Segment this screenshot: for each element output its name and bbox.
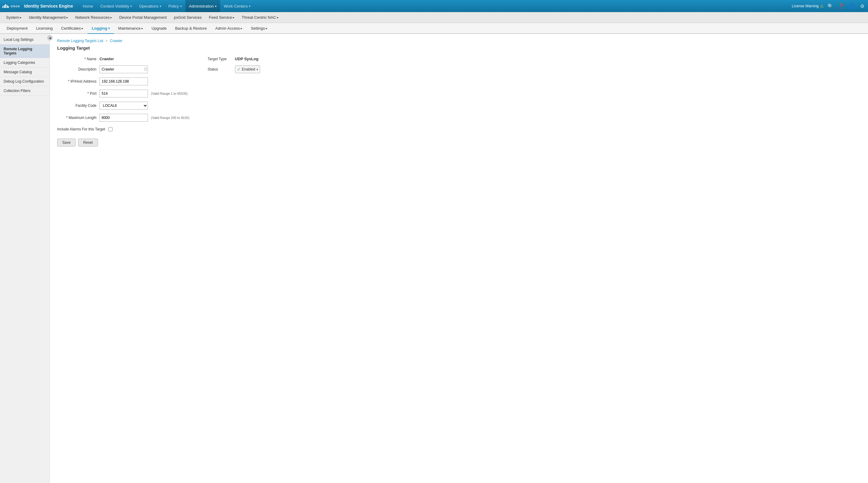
save-button[interactable]: Save [57, 139, 75, 147]
max-length-label: * Maximum Length [57, 116, 96, 120]
top-nav-items: Home Context Visibility ▾ Operations ▾ P… [79, 0, 792, 12]
form-row-status: Status ✓ Enabled ▾ [208, 65, 260, 73]
third-nav-tabs: Deployment Licensing Certificates ▸ Logg… [0, 23, 868, 34]
nav-administration[interactable]: Administration ▾ [185, 0, 220, 12]
chevron-right-icon: ▸ [66, 16, 68, 19]
second-nav-system[interactable]: System ▸ [2, 12, 25, 23]
chevron-right-icon: ▸ [82, 27, 83, 30]
form-row-port: * Port (Valid Range 1 to 65535) [57, 90, 190, 97]
page-title: Logging Target [57, 46, 861, 51]
tab-logging[interactable]: Logging ▾ [87, 23, 114, 34]
breadcrumb-parent-link[interactable]: Remote Logging Targets List [57, 39, 103, 43]
facility-select[interactable]: LOCAL0 LOCAL1 LOCAL2 LOCAL3 LOCAL4 LOCAL… [99, 102, 148, 110]
description-input-wrapper: ☷ [99, 65, 148, 73]
sidebar-item-remote-logging-targets[interactable]: Remote Logging Targets [0, 44, 50, 58]
form-right-column: Target Type UDP SysLog Status ✓ Enabled … [208, 57, 260, 131]
check-icon: ✓ [237, 67, 241, 72]
sidebar-item-debug-log-configuration[interactable]: Debug Log Configuration [0, 77, 50, 86]
sidebar-item-logging-categories[interactable]: Logging Categories [0, 58, 50, 67]
name-value: Crawler [99, 57, 114, 61]
description-input[interactable] [99, 65, 148, 73]
top-nav-bar: cisco Identity Services Engine Home Cont… [0, 0, 868, 12]
reset-button[interactable]: Reset [78, 139, 98, 147]
second-nav-feed-service[interactable]: Feed Service ▸ [205, 12, 238, 23]
chevron-down-icon: ▾ [180, 4, 182, 8]
content-area: Remote Logging Targets List > Crawler Lo… [50, 34, 868, 483]
chevron-right-icon: ▸ [266, 27, 267, 30]
form-row-max-length: * Maximum Length (Valid Range 200 to 819… [57, 114, 190, 122]
top-nav-right: License Warning ⚠ 🔍 ❓ 👤 ⚙ [792, 2, 866, 10]
chevron-right-icon: ▸ [111, 16, 112, 19]
breadcrumb-separator: > [105, 39, 108, 43]
breadcrumb: Remote Logging Targets List > Crawler [57, 39, 861, 43]
second-nav-threat-centric[interactable]: Threat Centric NAC ▸ [238, 12, 282, 23]
chevron-right-icon: ▸ [241, 27, 242, 30]
cisco-label: cisco [10, 4, 20, 8]
chevron-right-icon: ▸ [277, 16, 279, 19]
tab-certificates[interactable]: Certificates ▸ [57, 23, 87, 34]
port-input[interactable] [99, 90, 148, 97]
status-button[interactable]: ✓ Enabled ▾ [235, 65, 260, 73]
tab-backup-restore[interactable]: Backup & Restore [171, 23, 211, 34]
main-layout: ◀ Local Log Settings Remote Logging Targ… [0, 34, 868, 483]
sidebar-item-collection-filters[interactable]: Collection Filters [0, 86, 50, 96]
sidebar-collapse-button[interactable]: ◀ [47, 35, 53, 40]
cisco-logo: cisco [2, 4, 21, 8]
license-warning: License Warning ⚠ [792, 4, 824, 8]
ip-label: * IP/Host Address [57, 79, 96, 84]
tab-deployment[interactable]: Deployment [2, 23, 32, 34]
help-icon[interactable]: ❓ [837, 2, 846, 10]
description-label: Description [57, 67, 96, 71]
search-icon[interactable]: 🔍 [826, 2, 835, 10]
tab-settings[interactable]: Settings ▸ [247, 23, 272, 34]
second-nav-network-resources[interactable]: Network Resources ▸ [72, 12, 116, 23]
status-text: Enabled [242, 67, 255, 71]
chevron-right-icon: ▸ [20, 16, 22, 19]
chevron-down-icon: ▾ [215, 4, 217, 8]
alarms-checkbox[interactable] [108, 127, 113, 131]
max-length-input[interactable] [99, 114, 148, 122]
sidebar-item-local-log-settings[interactable]: Local Log Settings [0, 35, 50, 44]
tab-admin-access[interactable]: Admin Access ▸ [211, 23, 247, 34]
tab-maintenance[interactable]: Maintenance ▸ [114, 23, 147, 34]
target-type-value: UDP SysLog [235, 57, 258, 61]
second-nav-bar: System ▸ Identity Management ▸ Network R… [0, 12, 868, 23]
user-icon[interactable]: 👤 [848, 2, 857, 10]
tab-upgrade[interactable]: Upgrade [147, 23, 171, 34]
nav-work-centers[interactable]: Work Centers ▾ [220, 0, 254, 12]
chevron-down-icon: ▾ [249, 4, 250, 8]
logging-target-form: * Name Crawler Description ☷ * IP/Host A… [57, 57, 861, 131]
alarms-label: Include Alarms For this Target [57, 127, 105, 131]
chevron-down-icon: ▾ [130, 4, 132, 8]
tab-licensing[interactable]: Licensing [32, 23, 57, 34]
second-nav-pxgrid[interactable]: pxGrid Services [170, 12, 205, 23]
form-row-target-type: Target Type UDP SysLog [208, 57, 260, 61]
breadcrumb-current: Crawler [110, 39, 122, 43]
form-row-ip: * IP/Host Address [57, 78, 190, 85]
form-buttons: Save Reset [57, 139, 861, 147]
form-row-name: * Name Crawler [57, 57, 190, 61]
port-label: * Port [57, 91, 96, 96]
name-label: * Name [57, 57, 96, 61]
warning-icon: ⚠ [820, 4, 824, 8]
sidebar-item-message-catalog[interactable]: Message Catalog [0, 67, 50, 77]
cisco-bars-icon [2, 4, 9, 8]
chevron-down-icon: ▾ [108, 27, 110, 30]
chevron-down-icon: ▾ [256, 68, 258, 71]
nav-operations[interactable]: Operations ▾ [135, 0, 165, 12]
nav-home[interactable]: Home [79, 0, 97, 12]
form-row-alarms: Include Alarms For this Target [57, 127, 190, 131]
nav-policy[interactable]: Policy ▾ [165, 0, 185, 12]
form-left-column: * Name Crawler Description ☷ * IP/Host A… [57, 57, 190, 131]
status-label: Status [208, 67, 232, 71]
app-title: Identity Services Engine [24, 4, 73, 8]
settings-icon[interactable]: ⚙ [859, 2, 866, 10]
nav-context-visibility[interactable]: Context Visibility ▾ [97, 0, 135, 12]
second-nav-device-portal[interactable]: Device Portal Management [116, 12, 170, 23]
target-type-label: Target Type [208, 57, 232, 61]
ip-input[interactable] [99, 78, 148, 85]
form-row-facility: Facility Code LOCAL0 LOCAL1 LOCAL2 LOCAL… [57, 102, 190, 110]
text-edit-icon[interactable]: ☷ [144, 67, 147, 71]
max-length-hint: (Valid Range 200 to 8192) [151, 116, 190, 120]
second-nav-identity-management[interactable]: Identity Management ▸ [25, 12, 71, 23]
